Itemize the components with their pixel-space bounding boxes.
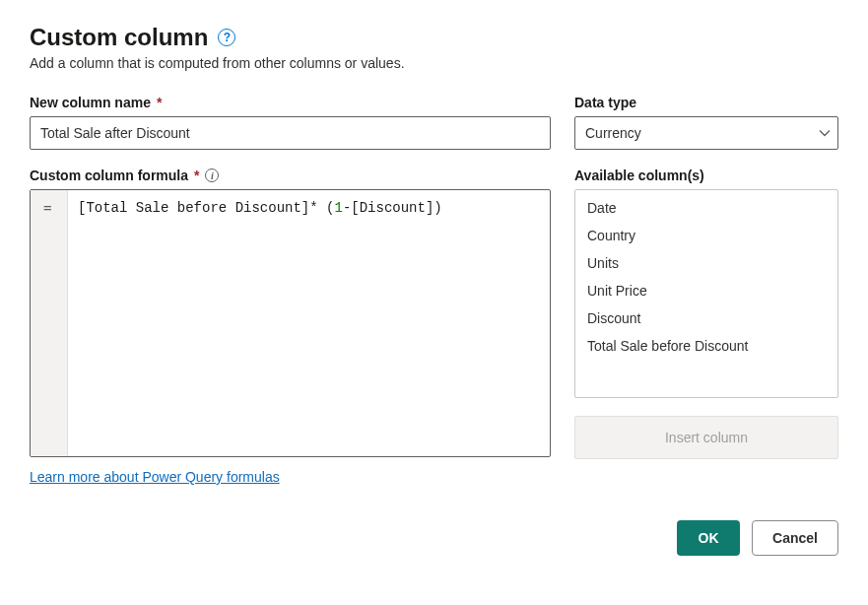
equals-prefix: = (43, 198, 51, 218)
column-name-label-text: New column name (30, 95, 151, 110)
learn-more-link[interactable]: Learn more about Power Query formulas (30, 469, 280, 485)
required-marker: * (194, 168, 199, 183)
data-type-label-text: Data type (574, 95, 636, 110)
ok-button[interactable]: OK (677, 520, 740, 556)
formula-label: Custom column formula * i (30, 168, 551, 183)
available-columns-label-text: Available column(s) (574, 168, 704, 183)
formula-editor[interactable]: = [Total Sale before Discount]* (1-[Disc… (30, 189, 551, 457)
list-item[interactable]: Date (575, 194, 837, 222)
list-item[interactable]: Total Sale before Discount (575, 332, 837, 360)
list-item[interactable]: Units (575, 249, 837, 277)
column-name-label: New column name * (30, 95, 551, 110)
data-type-select[interactable]: Currency (574, 116, 838, 150)
help-icon[interactable]: ? (218, 29, 235, 46)
column-name-input[interactable] (30, 116, 551, 150)
data-type-label: Data type (574, 95, 838, 110)
list-item[interactable]: Unit Price (575, 277, 837, 304)
formula-gutter (31, 190, 68, 456)
available-columns-label: Available column(s) (574, 168, 838, 183)
insert-column-button: Insert column (574, 416, 838, 459)
list-item[interactable]: Discount (575, 304, 837, 332)
formula-label-text: Custom column formula (30, 168, 188, 183)
formula-content: [Total Sale before Discount]* (1-[Discou… (78, 198, 442, 218)
info-icon[interactable]: i (205, 168, 219, 182)
cancel-button[interactable]: Cancel (752, 520, 838, 556)
dialog-title: Custom column (30, 24, 208, 51)
required-marker: * (157, 95, 162, 110)
available-columns-list[interactable]: Date Country Units Unit Price Discount T… (574, 189, 838, 398)
dialog-subtitle: Add a column that is computed from other… (30, 55, 838, 71)
data-type-value: Currency (585, 125, 641, 141)
list-item[interactable]: Country (575, 222, 837, 249)
